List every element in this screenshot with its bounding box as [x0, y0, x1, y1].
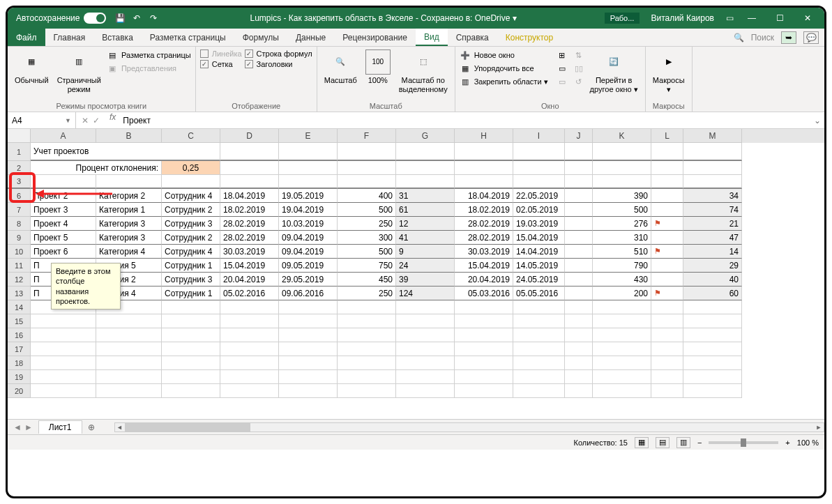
cell[interactable]: [279, 356, 338, 370]
cell[interactable]: 09.04.2019: [279, 231, 338, 245]
zoom-selection-button[interactable]: ⬚Масштаб по выделенному: [396, 48, 451, 96]
cell[interactable]: 34: [683, 189, 742, 203]
column-header[interactable]: B: [96, 129, 162, 143]
cell[interactable]: 29: [683, 259, 742, 273]
cell[interactable]: [565, 384, 593, 398]
cell[interactable]: [396, 328, 455, 342]
cell[interactable]: [279, 300, 338, 314]
cell[interactable]: Сотрудник 4: [162, 245, 220, 259]
cell[interactable]: 15.04.2019: [513, 231, 565, 245]
tab-formulas[interactable]: Формулы: [234, 29, 287, 46]
cell[interactable]: 19.03.2019: [513, 217, 565, 231]
cell[interactable]: 400: [338, 189, 396, 203]
cell[interactable]: [220, 370, 279, 384]
column-header[interactable]: J: [565, 129, 593, 143]
cell[interactable]: 450: [338, 273, 396, 287]
deviation-label-cell[interactable]: Процент отклонения:: [31, 161, 162, 175]
cell[interactable]: [593, 370, 651, 384]
expand-formula-icon[interactable]: ⌄: [810, 112, 824, 128]
cell[interactable]: [220, 356, 279, 370]
cell[interactable]: 500: [338, 245, 396, 259]
cell[interactable]: ⚑: [651, 245, 683, 259]
cell[interactable]: 14: [683, 245, 742, 259]
macros-button[interactable]: ▶Макросы ▾: [650, 48, 688, 96]
cell[interactable]: [651, 189, 683, 203]
cell[interactable]: [593, 384, 651, 398]
view-page-break-button[interactable]: ▥Страничный режим: [54, 48, 104, 96]
column-header[interactable]: E: [279, 129, 338, 143]
cell[interactable]: [338, 328, 396, 342]
cell[interactable]: [396, 384, 455, 398]
freeze-panes-button[interactable]: ▥Закрепить области ▾: [460, 76, 548, 87]
cell[interactable]: [683, 370, 742, 384]
view-normal-button[interactable]: ▦Обычный: [12, 48, 52, 86]
cell[interactable]: Сотрудник 2: [162, 231, 220, 245]
cell[interactable]: 430: [593, 273, 651, 287]
cell[interactable]: 19.05.2019: [279, 189, 338, 203]
cell[interactable]: [683, 300, 742, 314]
cell[interactable]: [338, 370, 396, 384]
row-header[interactable]: 13: [8, 287, 31, 300]
row-header[interactable]: 15: [8, 314, 31, 328]
search-icon[interactable]: 🔍: [734, 33, 744, 43]
cell[interactable]: 40: [683, 273, 742, 287]
cell[interactable]: 30.03.2019: [220, 245, 279, 259]
column-header[interactable]: H: [455, 129, 513, 143]
cell[interactable]: [565, 259, 593, 273]
arrange-all-button[interactable]: ▦Упорядочить все: [460, 63, 548, 74]
cell[interactable]: [455, 342, 513, 356]
zoom-in-button[interactable]: +: [785, 438, 789, 447]
cell[interactable]: Категория 3: [96, 217, 162, 231]
column-header[interactable]: I: [513, 129, 565, 143]
confirm-formula-icon[interactable]: ✓: [93, 116, 100, 125]
tab-page-layout[interactable]: Разметка страницы: [142, 29, 234, 46]
redo-icon[interactable]: ↷: [145, 10, 162, 26]
cell[interactable]: [162, 300, 220, 314]
tab-design[interactable]: Конструктор: [497, 29, 561, 46]
row-header[interactable]: 8: [8, 217, 31, 231]
cell[interactable]: [96, 356, 162, 370]
cell[interactable]: [220, 342, 279, 356]
cell[interactable]: 09.06.2016: [279, 287, 338, 300]
cell[interactable]: 18.04.2019: [220, 189, 279, 203]
column-header[interactable]: C: [162, 129, 220, 143]
row-header[interactable]: 16: [8, 328, 31, 342]
row-header[interactable]: 20: [8, 384, 31, 398]
cell[interactable]: 47: [683, 231, 742, 245]
cell[interactable]: [31, 356, 96, 370]
cell[interactable]: [565, 287, 593, 300]
cell[interactable]: Категория 4: [96, 245, 162, 259]
row-header[interactable]: 19: [8, 370, 31, 384]
cell[interactable]: [279, 384, 338, 398]
cell[interactable]: 05.03.2016: [455, 287, 513, 300]
row-header[interactable]: 9: [8, 231, 31, 245]
headings-checkbox[interactable]: ✓Заголовки: [245, 60, 312, 68]
cell[interactable]: [513, 356, 565, 370]
cell[interactable]: 24.05.2019: [513, 273, 565, 287]
cell[interactable]: [162, 328, 220, 342]
minimize-button[interactable]: —: [738, 8, 766, 29]
sheet-tab[interactable]: Лист1: [38, 420, 82, 434]
cell[interactable]: Категория 3: [96, 231, 162, 245]
cell[interactable]: 124: [396, 287, 455, 300]
cell[interactable]: 510: [593, 245, 651, 259]
cell[interactable]: [96, 384, 162, 398]
cell[interactable]: [565, 356, 593, 370]
cell[interactable]: [651, 231, 683, 245]
tab-file[interactable]: Файл: [8, 29, 45, 46]
cell[interactable]: Категория 1: [96, 203, 162, 217]
cell[interactable]: Сотрудник 2: [162, 203, 220, 217]
split-button[interactable]: ⊞: [557, 49, 568, 61]
undo-icon[interactable]: ↶: [128, 10, 145, 26]
cell[interactable]: [513, 300, 565, 314]
cell[interactable]: [220, 328, 279, 342]
cell[interactable]: [31, 314, 96, 328]
cell[interactable]: [338, 356, 396, 370]
cell[interactable]: 20.04.2019: [455, 273, 513, 287]
cell[interactable]: 250: [338, 287, 396, 300]
cell[interactable]: [96, 342, 162, 356]
cell[interactable]: [513, 370, 565, 384]
cell[interactable]: 18.04.2019: [455, 189, 513, 203]
cell[interactable]: 14.04.2019: [513, 245, 565, 259]
cell[interactable]: 750: [338, 259, 396, 273]
